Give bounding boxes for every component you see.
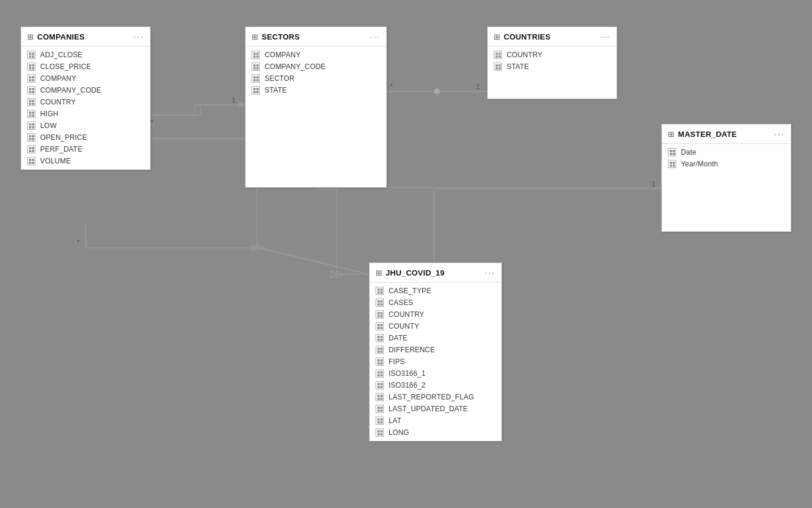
table-jhu-covid19[interactable]: ⊞ JHU_COVID_19 ··· CASE_TYPE CASES COUNT… [369, 263, 502, 441]
list-item: STATE [246, 84, 386, 96]
table-jhu-covid19-menu[interactable]: ··· [485, 268, 495, 277]
table-sectors-body: COMPANY COMPANY_CODE SECTOR STATE [246, 47, 386, 187]
list-item: LAST_UPDATED_DATE [370, 403, 501, 415]
table-jhu-covid19-header: ⊞ JHU_COVID_19 ··· [370, 263, 501, 283]
svg-text:1: 1 [651, 179, 656, 188]
table-icon: ⊞ [252, 32, 258, 41]
svg-text:1: 1 [476, 82, 480, 91]
list-item: ISO3166_1 [370, 368, 501, 379]
table-countries[interactable]: ⊞ COUNTRIES ··· COUNTRY STATE [487, 27, 617, 99]
svg-text:*: * [390, 81, 393, 90]
table-companies[interactable]: ⊞ COMPANIES ··· ADJ_CLOSE CLOSE_PRICE CO… [21, 27, 151, 170]
svg-marker-11 [331, 271, 337, 278]
list-item: LAT [370, 415, 501, 427]
table-icon: ⊞ [494, 32, 500, 41]
list-item: COMPANY [246, 49, 386, 61]
table-sectors-menu[interactable]: ··· [370, 32, 380, 41]
table-master-date-body: Date Year/Month [662, 144, 791, 231]
list-item: DATE [370, 332, 501, 344]
table-master-date-title: MASTER_DATE [678, 130, 771, 139]
table-companies-body: ADJ_CLOSE CLOSE_PRICE COMPANY COMPANY_CO… [21, 47, 150, 169]
list-item: CASES [370, 297, 501, 309]
svg-marker-8 [434, 87, 440, 93]
list-item: STATE [488, 61, 617, 73]
table-jhu-covid19-body: CASE_TYPE CASES COUNTRY COUNTY DATE DIFF… [370, 283, 501, 441]
list-item: VOLUME [21, 155, 150, 167]
list-item: COUNTRY [21, 96, 150, 108]
svg-text:*: * [151, 118, 154, 127]
list-item: COMPANY [21, 73, 150, 84]
list-item: COMPANY_CODE [21, 84, 150, 96]
table-icon: ⊞ [27, 32, 34, 41]
svg-marker-12 [337, 271, 343, 278]
list-item: Year/Month [662, 158, 791, 170]
svg-text:*: * [77, 238, 80, 247]
list-item: DIFFERENCE [370, 344, 501, 356]
table-countries-title: COUNTRIES [504, 32, 596, 41]
svg-marker-4 [258, 244, 264, 251]
table-sectors-title: SECTORS [262, 32, 366, 41]
list-item: PERF_DATE [21, 143, 150, 155]
diagram-canvas: * 1 * * * 1 1 ⊞ COMPANIES [0, 0, 812, 508]
list-item: LONG [370, 427, 501, 438]
svg-marker-9 [434, 90, 440, 96]
svg-text:1: 1 [231, 96, 236, 104]
list-item: LOW [21, 120, 150, 132]
table-countries-menu[interactable]: ··· [600, 32, 611, 41]
list-item: SECTOR [246, 73, 386, 84]
list-item: CLOSE_PRICE [21, 61, 150, 73]
list-item: OPEN_PRICE [21, 132, 150, 143]
list-item: COUNTRY [370, 309, 501, 320]
list-item: COMPANY_CODE [246, 61, 386, 73]
table-master-date-header: ⊞ MASTER_DATE ··· [662, 124, 791, 144]
table-companies-title: COMPANIES [37, 32, 130, 41]
table-countries-header: ⊞ COUNTRIES ··· [488, 27, 617, 47]
table-jhu-covid19-title: JHU_COVID_19 [386, 268, 481, 277]
table-icon: ⊞ [376, 268, 382, 277]
table-sectors[interactable]: ⊞ SECTORS ··· COMPANY COMPANY_CODE SECTO… [245, 27, 387, 188]
table-master-date-menu[interactable]: ··· [774, 129, 785, 139]
list-item: ADJ_CLOSE [21, 49, 150, 61]
table-master-date[interactable]: ⊞ MASTER_DATE ··· Date Year/Month [661, 124, 791, 232]
list-item: Date [662, 146, 791, 158]
list-item: FIPS [370, 356, 501, 368]
list-item: COUNTY [370, 320, 501, 332]
list-item: COUNTRY [488, 49, 617, 61]
table-companies-header: ⊞ COMPANIES ··· [21, 27, 150, 47]
table-companies-menu[interactable]: ··· [133, 32, 144, 41]
table-countries-body: COUNTRY STATE [488, 47, 617, 99]
list-item: HIGH [21, 108, 150, 120]
table-icon: ⊞ [668, 130, 674, 139]
list-item: CASE_TYPE [370, 285, 501, 297]
table-sectors-header: ⊞ SECTORS ··· [246, 27, 386, 47]
list-item: LAST_REPORTED_FLAG [370, 391, 501, 403]
list-item: ISO3166_2 [370, 379, 501, 391]
svg-marker-3 [252, 244, 258, 251]
